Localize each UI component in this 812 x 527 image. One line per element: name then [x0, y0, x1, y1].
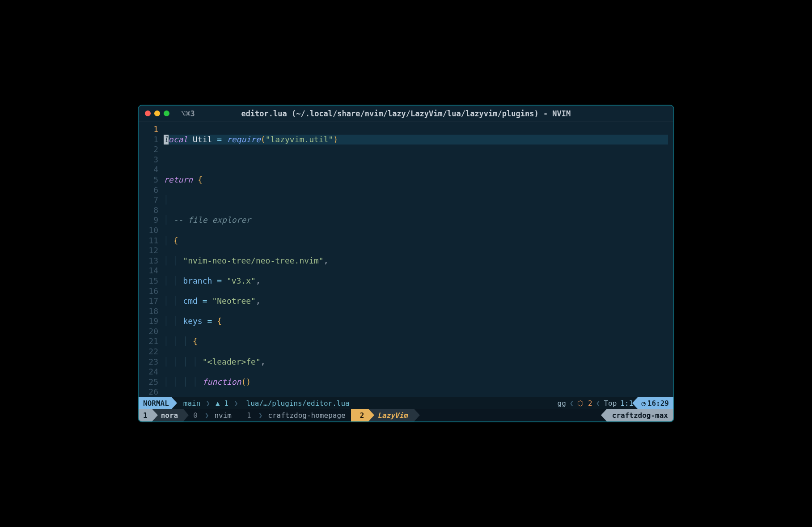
line-number: 17 [139, 296, 158, 306]
brace: { [173, 236, 178, 245]
line-number: 26 [139, 387, 158, 397]
comment: -- file explorer [173, 215, 251, 225]
code-line: │ │ branch = "v3.x", [164, 276, 671, 286]
tmux-window-index: 1 [247, 411, 251, 420]
keyword-return: return [164, 175, 193, 184]
spacer [354, 397, 553, 409]
separator-icon: ❯ [206, 399, 210, 408]
code-line: │ │ │ │ function() [164, 377, 671, 387]
line-number: 16 [139, 286, 158, 297]
code-line: │ │ keys = { [164, 316, 671, 327]
code-line: │ { [164, 236, 671, 246]
line-number-gutter: 1 1 2 3 4 5 6 7 8 9 10 11 12 13 14 15 16… [139, 122, 163, 397]
tmux-session[interactable]: 1 [139, 409, 152, 421]
comma: , [261, 357, 266, 366]
property: branch [183, 276, 212, 285]
clock: ◔16:29 [638, 397, 673, 409]
operator: = [203, 296, 207, 306]
code-line: │ -- file explorer [164, 215, 671, 225]
code-line: │ │ "nvim-neo-tree/neo-tree.nvim", [164, 256, 671, 266]
line-number: 22 [139, 347, 158, 357]
line-number: 21 [139, 336, 158, 347]
git-branch-name: main [183, 399, 201, 408]
separator-icon: ❮ [596, 399, 601, 408]
line-number: 18 [139, 306, 158, 317]
line-number: 4 [139, 165, 158, 175]
line-number: 15 [139, 276, 158, 286]
line-number: 2 [139, 144, 158, 155]
code-line: return { [164, 175, 671, 185]
separator-icon: ❯ [258, 411, 263, 420]
brace: { [193, 336, 198, 346]
string: "nvim-neo-tree/neo-tree.nvim" [183, 256, 323, 265]
keyword-local: ocal [169, 135, 188, 144]
scroll-hint: gg [558, 399, 566, 408]
statusline-right: gg ❮ ⬡ 2 ❮ Top 1:1 [553, 397, 638, 409]
line-number: 19 [139, 316, 158, 327]
titlebar: ⌥⌘3 editor.lua (~/.local/share/nvim/lazy… [139, 106, 673, 122]
comma: , [324, 256, 329, 265]
line-number: 3 [139, 155, 158, 165]
brace: { [198, 175, 203, 184]
tmux-window-name: nvim [214, 411, 232, 420]
line-number: 1 [139, 135, 158, 145]
editor-area[interactable]: 1 1 2 3 4 5 6 7 8 9 10 11 12 13 14 15 16… [139, 122, 673, 397]
line-number: 7 [139, 195, 158, 205]
line-number: 25 [139, 377, 158, 387]
string: "lazyvim.util" [266, 135, 334, 144]
string: "Neotree" [212, 296, 256, 306]
operator: = [217, 135, 222, 144]
mode-indicator: NORMAL [139, 397, 172, 409]
code-line: │ │ cmd = "Neotree", [164, 296, 671, 306]
cursor: l [164, 135, 169, 145]
line-number: 23 [139, 357, 158, 367]
tmux-window[interactable]: 1 ❯ craftzdog-homepage [237, 409, 351, 421]
tmux-hostname: craftzdog-max [607, 409, 673, 421]
line-number: 13 [139, 256, 158, 266]
string: "<leader>fe" [203, 357, 261, 366]
line-number: 11 [139, 236, 158, 246]
keyword-function: function [203, 377, 241, 387]
string: "v3.x" [227, 276, 256, 285]
terminal-window: ⌥⌘3 editor.lua (~/.local/share/nvim/lazy… [138, 105, 674, 422]
line-number: 10 [139, 225, 158, 236]
line-number: 12 [139, 246, 158, 256]
code-line [164, 155, 671, 165]
line-number: 24 [139, 367, 158, 377]
code-line: local Util = require("lazyvim.util") [164, 135, 668, 145]
cursor-position: 1:1 [620, 399, 633, 408]
tmux-statusline: 1 nora 0 ❯ nvim 1 ❯ craftzdog-homepage 2… [139, 409, 673, 421]
window-title: editor.lua (~/.local/share/nvim/lazy/Laz… [145, 109, 667, 118]
git-branch: main ❯ ▲ 1 ❯ lua/…/plugins/editor.lua [172, 397, 354, 409]
brace: { [217, 316, 222, 326]
comma: , [256, 296, 261, 306]
separator-icon: ❮ [570, 399, 574, 408]
line-number: 8 [139, 205, 158, 216]
lsp-icon: ⬡ 2 [577, 399, 592, 408]
operator: = [207, 316, 212, 326]
code-line: │ [164, 195, 671, 205]
line-number: 5 [139, 175, 158, 185]
line-number: 14 [139, 266, 158, 276]
property: keys [183, 316, 202, 326]
tmux-window[interactable]: 0 ❯ nvim [183, 409, 237, 421]
function-require: require [227, 135, 261, 144]
line-number: 9 [139, 215, 158, 225]
spacer [414, 409, 607, 421]
statusline: NORMAL main ❯ ▲ 1 ❯ lua/…/plugins/editor… [139, 397, 673, 409]
tmux-window-name: nora [161, 411, 178, 420]
identifier: Util [193, 135, 212, 144]
code-line: │ │ │ │ "<leader>fe", [164, 357, 671, 367]
separator-icon: ❯ [205, 411, 209, 420]
tmux-window-name: craftzdog-homepage [268, 411, 345, 420]
code-line: │ │ │ { [164, 336, 671, 347]
scroll-position: Top [604, 399, 617, 408]
tmux-window-active-name[interactable]: LazyVim [368, 409, 414, 421]
code-content[interactable]: local Util = require("lazyvim.util") ret… [163, 122, 673, 397]
tmux-window-active[interactable]: 2 [351, 409, 369, 421]
line-number: 20 [139, 327, 158, 337]
tmux-window-index: 0 [193, 411, 198, 420]
separator-icon: ❯ [234, 399, 238, 408]
comma: , [256, 276, 261, 285]
line-number: 1 [139, 124, 158, 135]
